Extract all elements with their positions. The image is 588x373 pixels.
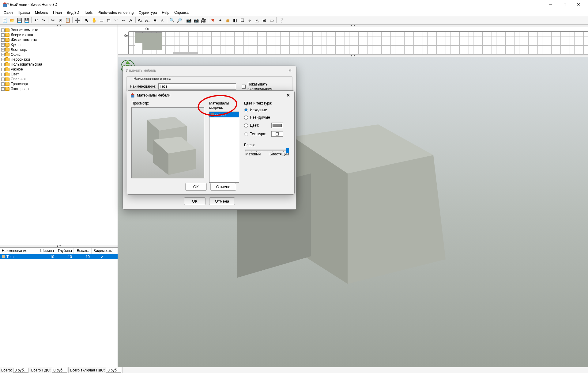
- plugin8-icon[interactable]: ⊞: [261, 17, 268, 24]
- plugin5-icon[interactable]: ☐: [239, 17, 246, 24]
- expand-icon[interactable]: +: [1, 78, 5, 81]
- copy-icon[interactable]: ⎘: [57, 17, 64, 24]
- help-icon[interactable]: ❔: [278, 17, 285, 24]
- texture-picker-button[interactable]: [271, 131, 283, 137]
- tree-item: +Свет: [0, 72, 118, 77]
- show-name-checkbox[interactable]: [242, 85, 246, 89]
- paste-icon[interactable]: 📋: [64, 17, 71, 24]
- textsize-icon[interactable]: A₊: [137, 17, 144, 24]
- close-icon[interactable]: ✕: [287, 67, 293, 74]
- menu-render[interactable]: Photo-video rendering: [95, 10, 136, 15]
- redo-icon[interactable]: ↷: [40, 17, 47, 24]
- zoomin-icon[interactable]: 🔍: [168, 17, 175, 24]
- close-button[interactable]: [571, 0, 586, 9]
- ok-button[interactable]: ОК: [184, 197, 205, 205]
- plugin9-icon[interactable]: ▭: [268, 17, 275, 24]
- expand-icon[interactable]: +: [1, 33, 5, 37]
- radio-original[interactable]: [244, 108, 248, 112]
- expand-icon[interactable]: +: [1, 53, 5, 56]
- ok-button[interactable]: ОК: [185, 183, 207, 191]
- plugin2-icon[interactable]: ✦: [217, 17, 224, 24]
- expand-icon[interactable]: +: [1, 58, 5, 61]
- minimize-button[interactable]: [543, 0, 557, 9]
- cut-icon[interactable]: ✂: [50, 17, 56, 24]
- shine-label: Блеск:: [244, 143, 290, 147]
- tree-item: +Двери и окна: [0, 32, 118, 37]
- furniture-table: Наименование Ширина Глубина Высота Видим…: [0, 247, 118, 367]
- split-handle-top-right[interactable]: ▲▼: [118, 25, 588, 27]
- plugin3-icon[interactable]: ▦: [224, 17, 231, 24]
- menu-hardware[interactable]: Фурнитура: [136, 10, 159, 15]
- col-depth[interactable]: Глубина: [56, 248, 74, 254]
- expand-icon[interactable]: +: [1, 73, 5, 76]
- menu-file[interactable]: Файл: [1, 10, 15, 15]
- dimension-icon[interactable]: ↔: [120, 17, 127, 24]
- bold-icon[interactable]: A: [152, 17, 158, 24]
- wall-icon[interactable]: ▭: [98, 17, 105, 24]
- zoomout-icon[interactable]: 🔎: [176, 17, 183, 24]
- addfurn-icon[interactable]: ➕: [74, 17, 81, 24]
- save-icon[interactable]: 💾: [16, 17, 23, 24]
- col-height[interactable]: Высота: [74, 248, 92, 254]
- menu-tools[interactable]: Tools: [81, 10, 95, 15]
- table-row[interactable]: Тест 10 10 10 ✓: [0, 254, 118, 259]
- expand-icon[interactable]: +: [1, 29, 5, 32]
- text-icon[interactable]: A: [127, 17, 134, 24]
- plan-view[interactable]: 0м 0м: [118, 27, 588, 55]
- shine-slider[interactable]: [245, 150, 289, 151]
- plugin7-icon[interactable]: △: [254, 17, 260, 24]
- menu-edit[interactable]: Правка: [15, 10, 33, 15]
- textsize2-icon[interactable]: A₋: [144, 17, 151, 24]
- maximize-button[interactable]: [557, 0, 571, 9]
- expand-icon[interactable]: +: [1, 43, 5, 47]
- video-icon[interactable]: 🎥: [200, 17, 207, 24]
- split-handle-mid-left[interactable]: ▲▼: [0, 245, 118, 247]
- menu-3dview[interactable]: Вид 3D: [64, 10, 81, 15]
- menu-furniture[interactable]: Мебель: [32, 10, 51, 15]
- close-icon[interactable]: ✕: [285, 92, 291, 98]
- list-item[interactable]: default: [209, 112, 239, 117]
- menu-help[interactable]: Help: [159, 10, 172, 15]
- polyline-icon[interactable]: 〰: [113, 17, 119, 24]
- plugin4-icon[interactable]: ◧: [232, 17, 238, 24]
- cancel-button[interactable]: Отмена: [209, 197, 235, 205]
- split-handle-top-left[interactable]: ▲▼: [0, 25, 118, 27]
- new-icon[interactable]: 📄: [1, 17, 8, 24]
- slider-thumb[interactable]: [286, 148, 289, 153]
- menu-plan[interactable]: План: [51, 10, 64, 15]
- col-visible[interactable]: Видимость: [92, 248, 112, 254]
- photo2-icon[interactable]: 📷: [193, 17, 199, 24]
- select-icon[interactable]: ⬉: [83, 17, 90, 24]
- catalog-tree[interactable]: +Ванная комната +Двери и окна +Жилая ком…: [0, 27, 118, 245]
- folder-icon: [5, 73, 9, 76]
- expand-icon[interactable]: +: [1, 38, 5, 42]
- saveas-icon[interactable]: 💾: [23, 17, 30, 24]
- radio-color[interactable]: [244, 124, 248, 128]
- expand-icon[interactable]: +: [1, 68, 5, 71]
- room-icon[interactable]: ◻: [105, 17, 112, 24]
- italic-icon[interactable]: A: [159, 17, 166, 24]
- svg-rect-1: [563, 3, 566, 6]
- radio-invisible[interactable]: [244, 116, 248, 120]
- menu-reference[interactable]: Справка: [172, 10, 191, 15]
- plugin1-icon[interactable]: ✖: [209, 17, 216, 24]
- expand-icon[interactable]: +: [1, 63, 5, 66]
- folder-icon: [5, 68, 9, 71]
- open-icon[interactable]: 📂: [9, 17, 15, 24]
- expand-icon[interactable]: +: [1, 87, 5, 91]
- plugin6-icon[interactable]: ⟐: [246, 17, 253, 24]
- name-field[interactable]: [158, 83, 236, 89]
- split-handle-mid-right[interactable]: ▲▼: [118, 55, 588, 57]
- col-name[interactable]: Наименование: [0, 248, 38, 254]
- undo-icon[interactable]: ↶: [33, 17, 40, 24]
- color-picker-button[interactable]: [271, 123, 283, 128]
- photo-icon[interactable]: 📷: [185, 17, 192, 24]
- cancel-button[interactable]: Отмена: [210, 183, 236, 191]
- pan-icon[interactable]: ✋: [91, 17, 97, 24]
- expand-icon[interactable]: +: [1, 82, 5, 86]
- col-width[interactable]: Ширина: [38, 248, 56, 254]
- scrollbar-thumb[interactable]: [173, 52, 198, 54]
- radio-texture[interactable]: [244, 132, 248, 136]
- materials-listbox[interactable]: default: [209, 112, 239, 183]
- expand-icon[interactable]: +: [1, 48, 5, 51]
